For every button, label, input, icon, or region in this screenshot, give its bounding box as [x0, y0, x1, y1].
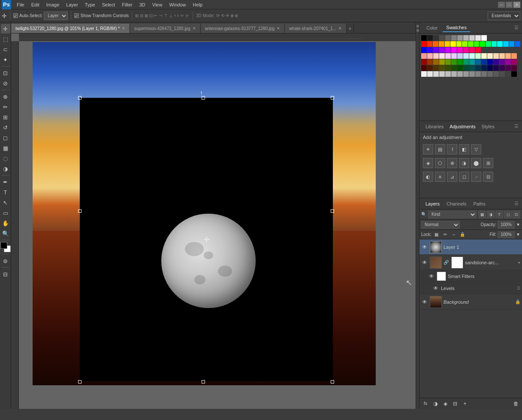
swatch[interactable] [427, 47, 433, 53]
swatch[interactable] [469, 47, 475, 53]
menu-window[interactable]: Window [166, 1, 189, 8]
swatch[interactable] [469, 35, 475, 41]
swatch[interactable] [457, 53, 463, 59]
swatch[interactable] [445, 47, 451, 53]
swatch[interactable] [475, 65, 481, 71]
menu-filter[interactable]: Filter [119, 1, 135, 8]
swatch[interactable] [451, 65, 457, 71]
layer1-visibility-eye[interactable]: 👁 [421, 244, 428, 251]
lock-position-icon[interactable]: ✏ [442, 231, 449, 238]
new-fill-adjustment-button[interactable]: ◈ [441, 400, 450, 408]
swatch[interactable] [457, 71, 463, 77]
swatch[interactable] [511, 65, 517, 71]
brightness-contrast-icon[interactable]: ☀ [423, 144, 433, 154]
transform-handle-mr[interactable] [331, 209, 334, 213]
menu-image[interactable]: Image [43, 1, 63, 8]
adjustments-options-icon[interactable]: ☰ [514, 124, 519, 129]
tab-layers[interactable]: Layers [423, 200, 442, 208]
blur-tool[interactable]: ◌ [1, 154, 10, 163]
filter-smart-icon[interactable]: ⊡ [513, 211, 520, 218]
swatch[interactable] [499, 59, 505, 65]
layer-item-background[interactable]: 👁 Background 🔒 [419, 294, 522, 310]
tab-libraries[interactable]: Libraries [423, 123, 446, 130]
panel-collapse-bar[interactable] [416, 22, 419, 409]
swatch[interactable] [457, 59, 463, 65]
filter-kind-dropdown[interactable]: Kind [428, 211, 477, 218]
swatch-yellow[interactable] [450, 41, 456, 47]
exposure-icon[interactable]: ◧ [459, 144, 469, 154]
swatch[interactable] [475, 47, 481, 53]
fill-input[interactable] [498, 231, 515, 238]
transform-handle-tl[interactable] [78, 96, 81, 100]
swatch[interactable] [487, 53, 493, 59]
tab-more[interactable]: » [347, 24, 354, 33]
swatch[interactable] [487, 59, 493, 65]
new-group-button[interactable]: ⊟ [451, 400, 459, 408]
swatch[interactable] [469, 59, 475, 65]
swatch[interactable] [469, 65, 475, 71]
magic-wand-tool[interactable]: ✦ [1, 55, 10, 64]
healing-brush-tool[interactable]: ⊕ [1, 92, 10, 101]
swatch-blue[interactable] [421, 47, 427, 53]
layers-options-icon[interactable]: ☰ [514, 201, 519, 206]
swatch[interactable] [505, 71, 511, 77]
sandstone-options-icon[interactable]: ● [518, 260, 520, 265]
swatch[interactable] [493, 65, 499, 71]
swatch[interactable] [427, 71, 433, 77]
swatch[interactable] [515, 41, 520, 47]
swatch[interactable] [463, 71, 469, 77]
opacity-arrow[interactable]: ▼ [516, 222, 520, 227]
moon-layer[interactable]: ✛ [80, 98, 333, 381]
transform-handle-bc[interactable] [202, 380, 205, 384]
swatch[interactable] [475, 35, 481, 41]
move-tool[interactable]: ✛ [1, 24, 10, 33]
swatch[interactable] [487, 71, 493, 77]
swatch[interactable] [499, 71, 505, 77]
swatch[interactable] [463, 47, 469, 53]
swatch[interactable] [503, 41, 509, 47]
sandstone-link-icon[interactable]: 🔗 [444, 260, 449, 265]
swatch[interactable] [421, 53, 427, 59]
swatch[interactable] [463, 35, 469, 41]
swatch[interactable] [499, 53, 505, 59]
auto-select-checkbox[interactable]: ✓ [13, 13, 18, 18]
layer-item-smart-filters[interactable]: 👁 Smart Filters [419, 270, 522, 282]
sandstone-visibility-eye[interactable]: 👁 [421, 259, 428, 266]
swatch[interactable] [427, 35, 433, 41]
tab-swatches[interactable]: Swatches [443, 24, 470, 32]
opacity-input[interactable] [498, 221, 515, 229]
swatch-white[interactable] [481, 35, 487, 41]
swatch[interactable] [463, 65, 469, 71]
swatch[interactable] [451, 59, 457, 65]
new-layer-button[interactable]: + [461, 400, 469, 408]
swatch[interactable] [486, 41, 491, 47]
filter-adjustment-icon[interactable]: ◑ [487, 211, 495, 218]
transform-handle-ml[interactable] [78, 209, 81, 213]
levels-visibility-eye[interactable]: 👁 [432, 285, 439, 292]
swatch[interactable] [433, 59, 439, 65]
swatch-green[interactable] [480, 41, 485, 47]
swatch[interactable] [427, 41, 433, 47]
channel-mixer-icon[interactable]: ⊞ [483, 158, 493, 168]
background-visibility-eye[interactable]: 👁 [421, 299, 428, 305]
threshold-icon[interactable]: ⊿ [447, 172, 457, 182]
tab-twilight-close[interactable]: ✕ [122, 26, 125, 30]
swatch[interactable] [481, 53, 487, 59]
dodge-tool[interactable]: ◑ [1, 164, 10, 173]
tab-whale[interactable]: whale-shark-207401_1... ✕ [285, 24, 347, 33]
crop-tool[interactable]: ⊡ [1, 68, 10, 78]
delete-layer-button[interactable]: 🗑 [512, 400, 520, 408]
eraser-tool[interactable]: ◻ [1, 133, 10, 142]
swatch[interactable] [505, 53, 511, 59]
swatch[interactable] [451, 35, 457, 41]
swatch[interactable] [439, 59, 445, 65]
swatch[interactable] [475, 71, 481, 77]
close-button[interactable]: ✕ [513, 2, 520, 8]
tab-supermoon[interactable]: supermoon-426472_1280.jpg ✕ [130, 24, 201, 33]
clone-stamp-tool[interactable]: ⊞ [1, 112, 10, 122]
path-selection-tool[interactable]: ↖ [1, 198, 10, 207]
swatch[interactable] [474, 41, 480, 47]
curves-icon[interactable]: ⌇ [447, 144, 457, 154]
swatch[interactable] [475, 59, 481, 65]
screen-mode[interactable]: ⊟ [1, 269, 10, 279]
